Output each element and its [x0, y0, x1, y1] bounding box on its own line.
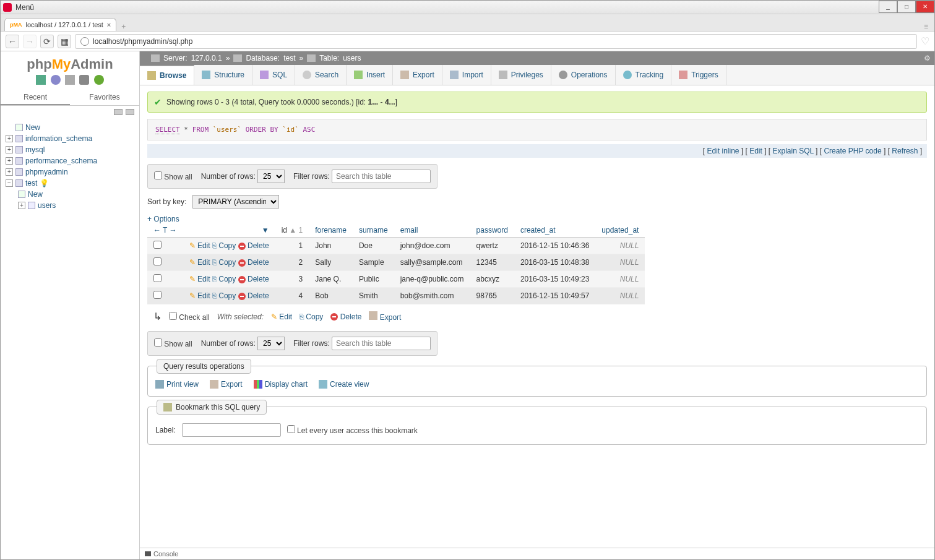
col-password[interactable]: password [470, 223, 514, 238]
tree-db[interactable]: +information_schema [6, 133, 134, 144]
export-link[interactable]: Export [210, 380, 243, 389]
print-view-link[interactable]: Print view [155, 380, 199, 389]
row-edit[interactable]: ✎ Edit [189, 241, 210, 250]
tree-db[interactable]: +mysql [6, 144, 134, 155]
tree-table-users[interactable]: +users [6, 200, 134, 211]
tree-new-table[interactable]: New [6, 189, 134, 200]
bulk-export[interactable]: Export [369, 311, 401, 322]
row-edit[interactable]: ✎ Edit [189, 275, 210, 283]
row-edit[interactable]: ✎ Edit [189, 291, 210, 300]
row-delete[interactable]: Delete [238, 275, 269, 283]
rows-select-bottom[interactable]: 25 [257, 337, 285, 350]
phpmyadmin-logo[interactable]: phpMyAdmin [1, 56, 139, 72]
breadcrumb-table[interactable]: users [343, 54, 361, 62]
col-forename[interactable]: forename [309, 223, 353, 238]
tab-privileges[interactable]: Privileges [491, 65, 551, 85]
row-copy[interactable]: ⎘ Copy [212, 291, 236, 300]
tab-structure[interactable]: Structure [194, 65, 252, 85]
tab-operations[interactable]: Operations [551, 65, 616, 85]
bookmark-public-checkbox[interactable] [287, 425, 295, 433]
home-icon[interactable] [36, 75, 46, 85]
row-checkbox[interactable] [153, 291, 162, 299]
filter-input-bottom[interactable] [332, 337, 431, 350]
row-delete[interactable]: Delete [238, 241, 269, 250]
tab-export[interactable]: Export [393, 65, 442, 85]
minimize-button[interactable]: _ [879, 1, 897, 13]
col-created[interactable]: created_at [514, 223, 595, 238]
tree-db[interactable]: +performance_schema [6, 155, 134, 166]
close-button[interactable]: ✕ [916, 1, 934, 13]
rows-select[interactable]: 25 [257, 170, 285, 183]
breadcrumb-server[interactable]: 127.0.0.1 [191, 54, 222, 62]
refresh-link[interactable]: Refresh [892, 147, 918, 155]
sidebar-tab-favorites[interactable]: Favorites [70, 90, 139, 105]
edit-icon: ✎ [189, 291, 196, 300]
edit-link[interactable]: Edit [749, 147, 762, 155]
browser-tab[interactable]: pMA localhost / 127.0.0.1 / test × [4, 18, 116, 31]
forward-button[interactable]: → [23, 35, 37, 48]
page-settings-icon[interactable]: ⚙ [924, 54, 931, 62]
settings-icon[interactable] [79, 75, 89, 85]
tab-close-icon[interactable]: × [107, 21, 111, 28]
create-view-link[interactable]: Create view [319, 380, 369, 389]
reload-icon[interactable] [94, 75, 104, 85]
col-email[interactable]: email [394, 223, 470, 238]
link-icon[interactable] [126, 109, 134, 115]
apps-button[interactable]: ▦ [58, 35, 71, 48]
col-surname[interactable]: surname [353, 223, 394, 238]
tree-db[interactable]: +phpmyadmin [6, 166, 134, 178]
row-delete[interactable]: Delete [238, 258, 269, 267]
row-edit[interactable]: ✎ Edit [189, 258, 210, 267]
sidebar-toolbar [1, 75, 139, 87]
row-copy[interactable]: ⎘ Copy [212, 258, 236, 267]
tab-triggers[interactable]: Triggers [671, 65, 726, 85]
filter-input[interactable] [332, 170, 431, 183]
row-checkbox[interactable] [153, 241, 162, 249]
console-bar[interactable]: Console [140, 548, 934, 559]
reload-button[interactable]: ⟳ [40, 35, 54, 48]
tab-import[interactable]: Import [442, 65, 491, 85]
tree-db-test[interactable]: −test 💡 [6, 178, 134, 189]
collapse-tree-icon[interactable] [114, 109, 123, 115]
bulk-copy[interactable]: ⎘ Copy [299, 312, 323, 321]
bookmark-heart-icon[interactable]: ♡ [921, 35, 929, 47]
row-checkbox[interactable] [153, 274, 162, 282]
export-icon [210, 380, 218, 389]
new-tab-button[interactable]: + [121, 22, 126, 31]
col-updated[interactable]: updated_at [595, 223, 645, 238]
col-actions[interactable]: ▼ [183, 223, 275, 238]
tab-search[interactable]: Search [295, 65, 347, 85]
show-all-checkbox[interactable] [154, 171, 162, 179]
back-button[interactable]: ← [6, 35, 19, 48]
row-copy[interactable]: ⎘ Copy [212, 241, 236, 250]
bulk-edit[interactable]: ✎ Edit [271, 312, 292, 321]
menu-button[interactable]: Menü [15, 3, 34, 12]
maximize-button[interactable]: □ [897, 1, 916, 13]
row-checkbox[interactable] [153, 257, 162, 265]
options-toggle[interactable]: + Options [147, 215, 927, 223]
sidebar-tab-recent[interactable]: Recent [1, 90, 70, 105]
bookmark-label-input[interactable] [182, 423, 281, 437]
sort-label: Sort by key: [147, 197, 186, 206]
tab-browse[interactable]: Browse [140, 65, 194, 85]
address-bar[interactable]: localhost/phpmyadmin/sql.php [75, 34, 917, 49]
docs-icon[interactable] [65, 75, 75, 85]
logout-icon[interactable] [51, 75, 61, 85]
row-delete[interactable]: Delete [238, 291, 269, 300]
tree-new[interactable]: New [6, 122, 134, 133]
create-php-link[interactable]: Create PHP code [824, 147, 881, 155]
tab-sql[interactable]: SQL [252, 65, 295, 85]
check-all-checkbox[interactable] [169, 312, 177, 320]
row-copy[interactable]: ⎘ Copy [212, 275, 236, 283]
tab-menu-icon[interactable]: ≡ [924, 22, 928, 31]
show-all-checkbox-bottom[interactable] [154, 338, 162, 347]
edit-inline-link[interactable]: Edit inline [707, 147, 739, 155]
breadcrumb-database[interactable]: test [283, 54, 295, 62]
tab-insert[interactable]: Insert [347, 65, 393, 85]
explain-sql-link[interactable]: Explain SQL [773, 147, 814, 155]
sort-select[interactable]: PRIMARY (Ascending) [192, 195, 279, 209]
col-id[interactable]: id ▲ 1 [275, 223, 309, 238]
tab-tracking[interactable]: Tracking [616, 65, 672, 85]
bulk-delete[interactable]: Delete [330, 312, 361, 321]
display-chart-link[interactable]: Display chart [254, 380, 308, 389]
